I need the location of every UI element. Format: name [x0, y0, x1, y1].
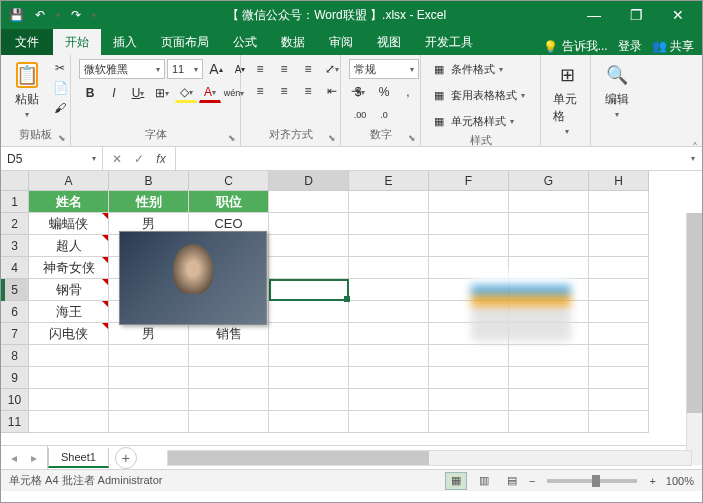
tab-formulas[interactable]: 公式 [221, 29, 269, 55]
cut-button[interactable]: ✂ [51, 59, 69, 77]
cell-H2[interactable] [589, 213, 649, 235]
cell-styles-button[interactable]: ▦单元格样式▾ [429, 111, 516, 131]
col-header-H[interactable]: H [589, 171, 649, 191]
row-header-5[interactable]: 5 [1, 279, 29, 301]
align-top-button[interactable]: ≡ [249, 59, 271, 79]
cell-E10[interactable] [349, 389, 429, 411]
cell-E6[interactable] [349, 301, 429, 323]
align-right-button[interactable]: ≡ [297, 81, 319, 101]
enter-edit-button[interactable]: ✓ [129, 149, 149, 169]
row-header-10[interactable]: 10 [1, 389, 29, 411]
col-header-B[interactable]: B [109, 171, 189, 191]
collapse-ribbon-button[interactable]: ˄ [692, 141, 698, 155]
cell-C8[interactable] [189, 345, 269, 367]
cell-F3[interactable] [429, 235, 509, 257]
cell-D11[interactable] [269, 411, 349, 433]
alignment-dialog-launcher[interactable]: ⬊ [326, 132, 338, 144]
row-header-7[interactable]: 7 [1, 323, 29, 345]
tab-file[interactable]: 文件 [1, 29, 53, 55]
cell-H10[interactable] [589, 389, 649, 411]
cell-E11[interactable] [349, 411, 429, 433]
cell-D4[interactable] [269, 257, 349, 279]
tab-data[interactable]: 数据 [269, 29, 317, 55]
vertical-scrollbar[interactable] [686, 213, 702, 465]
sheet-nav-prev[interactable]: ◂ [7, 451, 21, 465]
minimize-button[interactable]: — [574, 1, 614, 29]
cell-C1[interactable]: 职位 [189, 191, 269, 213]
cell-A8[interactable] [29, 345, 109, 367]
paste-button[interactable]: 📋 粘贴 ▾ [9, 59, 45, 121]
format-painter-button[interactable]: 🖌 [51, 99, 69, 117]
cell-B7[interactable]: 男 [109, 323, 189, 345]
cell-E9[interactable] [349, 367, 429, 389]
tab-review[interactable]: 审阅 [317, 29, 365, 55]
cell-E8[interactable] [349, 345, 429, 367]
cell-G1[interactable] [509, 191, 589, 213]
undo-dropdown[interactable]: ▾ [53, 4, 63, 26]
cell-A7[interactable]: 闪电侠 [29, 323, 109, 345]
cell-G10[interactable] [509, 389, 589, 411]
cell-F1[interactable] [429, 191, 509, 213]
cell-H1[interactable] [589, 191, 649, 213]
cell-C10[interactable] [189, 389, 269, 411]
new-sheet-button[interactable]: + [115, 447, 137, 469]
cell-E3[interactable] [349, 235, 429, 257]
font-color-button[interactable]: A▾ [199, 83, 221, 103]
sheet-nav-next[interactable]: ▸ [27, 451, 41, 465]
row-header-2[interactable]: 2 [1, 213, 29, 235]
col-header-C[interactable]: C [189, 171, 269, 191]
cell-F9[interactable] [429, 367, 509, 389]
zoom-in-button[interactable]: + [649, 475, 655, 487]
fill-color-button[interactable]: ◇▾ [175, 83, 197, 103]
conditional-format-button[interactable]: ▦条件格式▾ [429, 59, 505, 79]
cell-B8[interactable] [109, 345, 189, 367]
row-header-11[interactable]: 11 [1, 411, 29, 433]
cell-G11[interactable] [509, 411, 589, 433]
editing-button[interactable]: 🔍 编辑 ▾ [599, 59, 635, 121]
cancel-edit-button[interactable]: ✕ [107, 149, 127, 169]
cell-D7[interactable] [269, 323, 349, 345]
cell-C9[interactable] [189, 367, 269, 389]
cell-G3[interactable] [509, 235, 589, 257]
cell-B9[interactable] [109, 367, 189, 389]
page-break-view-button[interactable]: ▤ [501, 472, 523, 490]
cell-A2[interactable]: 蝙蝠侠 [29, 213, 109, 235]
save-button[interactable]: 💾 [5, 4, 27, 26]
cell-C11[interactable] [189, 411, 269, 433]
zoom-out-button[interactable]: − [529, 475, 535, 487]
align-left-button[interactable]: ≡ [249, 81, 271, 101]
cell-F2[interactable] [429, 213, 509, 235]
border-button[interactable]: ⊞▾ [151, 83, 173, 103]
decrease-decimal-button[interactable]: .0 [373, 105, 395, 125]
cell-B11[interactable] [109, 411, 189, 433]
horizontal-scroll-thumb[interactable] [168, 451, 430, 465]
tab-layout[interactable]: 页面布局 [149, 29, 221, 55]
cell-B10[interactable] [109, 389, 189, 411]
orientation-button[interactable]: ⤢▾ [321, 59, 343, 79]
comma-button[interactable]: , [397, 82, 419, 102]
number-dialog-launcher[interactable]: ⬊ [406, 132, 418, 144]
cell-E1[interactable] [349, 191, 429, 213]
table-format-button[interactable]: ▦套用表格格式▾ [429, 85, 527, 105]
row-header-8[interactable]: 8 [1, 345, 29, 367]
row-header-1[interactable]: 1 [1, 191, 29, 213]
close-button[interactable]: ✕ [658, 1, 698, 29]
share-button[interactable]: 👥 共享 [652, 38, 694, 55]
formula-bar-input[interactable] [176, 147, 684, 170]
tab-view[interactable]: 视图 [365, 29, 413, 55]
cell-A1[interactable]: 姓名 [29, 191, 109, 213]
restore-button[interactable]: ❐ [616, 1, 656, 29]
vertical-scroll-thumb[interactable] [687, 213, 702, 413]
zoom-slider-thumb[interactable] [592, 475, 600, 487]
cell-A10[interactable] [29, 389, 109, 411]
cell-H7[interactable] [589, 323, 649, 345]
row-header-3[interactable]: 3 [1, 235, 29, 257]
tab-insert[interactable]: 插入 [101, 29, 149, 55]
align-center-button[interactable]: ≡ [273, 81, 295, 101]
cell-H9[interactable] [589, 367, 649, 389]
cell-F11[interactable] [429, 411, 509, 433]
cell-H6[interactable] [589, 301, 649, 323]
cell-F10[interactable] [429, 389, 509, 411]
italic-button[interactable]: I [103, 83, 125, 103]
cell-A3[interactable]: 超人 [29, 235, 109, 257]
